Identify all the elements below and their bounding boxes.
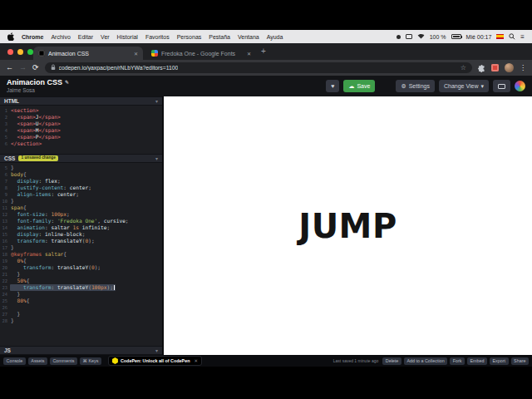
codepen-ad-banner[interactable]: CodePen: Unlock all of CodePen ✕ — [108, 356, 202, 366]
chevron-down-icon[interactable]: ▾ — [155, 347, 158, 353]
line-number: 17 — [0, 244, 10, 251]
bookmark-star-icon[interactable]: ☆ — [461, 64, 466, 71]
settings-button[interactable]: ⚙ Settings — [396, 80, 435, 92]
code-line[interactable]: 9 align-items: center; — [0, 191, 162, 198]
footer-button[interactable]: Console — [3, 357, 26, 365]
notification-center-icon[interactable]: ≡ — [520, 33, 525, 41]
css-editor[interactable]: 5}6body{7 display: flex;8 justify-conten… — [0, 163, 162, 346]
code-line[interactable]: 4 <span>M</span> — [0, 127, 162, 134]
spain-flag-icon[interactable] — [496, 34, 504, 39]
extensions-puzzle-icon[interactable] — [478, 61, 485, 76]
chevron-down-icon[interactable]: ▾ — [155, 155, 158, 161]
footer-button[interactable]: Export — [490, 357, 509, 365]
code-line[interactable]: 5 <span>P</span> — [0, 134, 162, 140]
line-number: 13 — [0, 218, 10, 224]
menu-item[interactable]: Editar — [78, 34, 93, 40]
menu-item[interactable]: Historial — [117, 34, 138, 40]
code-line[interactable]: 27 } — [0, 311, 162, 318]
code-line[interactable]: 8 justify-content: center; — [0, 185, 162, 191]
code-line[interactable]: 1<section> — [0, 107, 162, 114]
code-line[interactable]: 14 animation: saltar 1s infinite; — [0, 224, 162, 231]
tab-close-icon[interactable]: ✕ — [247, 51, 251, 57]
close-window-button[interactable] — [7, 49, 13, 55]
menu-item[interactable]: Personas — [177, 34, 202, 40]
code-line[interactable]: 28} — [0, 318, 162, 324]
code-line[interactable]: 25 80%{ — [0, 298, 162, 304]
code-line[interactable]: 21 } — [0, 271, 162, 278]
unsaved-changes-badge: 1 unsaved change — [18, 155, 58, 161]
menu-item[interactable]: Archivo — [51, 34, 70, 40]
footer-button[interactable]: Embed — [467, 357, 487, 365]
browser-toolbar: ← → ⟳ codepen.io/yaxpac/pen/rNLbYWa?edit… — [0, 60, 532, 76]
new-tab-button[interactable]: + — [261, 47, 266, 56]
code-line[interactable]: 12 font-size: 100px; — [0, 211, 162, 218]
pen-author[interactable]: Jaime Sosa — [7, 87, 69, 94]
footer-button[interactable]: Add to a Collection — [404, 357, 447, 365]
code-line[interactable]: 2 <span>J</span> — [0, 114, 162, 121]
html-panel-header[interactable]: HTML ▾ — [0, 96, 162, 106]
menu-item[interactable]: Ver — [101, 34, 110, 40]
code-line[interactable]: 18@keyframes saltar{ — [0, 251, 162, 258]
reload-button[interactable]: ⟳ — [32, 64, 39, 71]
address-bar[interactable]: codepen.io/yaxpac/pen/rNLbYWa?editors=11… — [45, 62, 472, 73]
code-line[interactable]: 6body{ — [0, 171, 162, 178]
browser-tab-inactive[interactable]: Fredoka One - Google Fonts ✕ — [146, 47, 256, 60]
codepen-footer: ConsoleAssetsComments⌘ Keys CodePen: Unl… — [0, 355, 532, 367]
change-view-button[interactable]: Change View ▾ — [439, 80, 489, 92]
close-icon[interactable]: ✕ — [194, 358, 198, 363]
code-line[interactable]: 20 transform: translateY(0); — [0, 264, 162, 271]
menu-item[interactable]: Chrome — [22, 34, 43, 40]
zoom-window-button[interactable] — [27, 49, 33, 55]
code-line[interactable]: 3 <span>U</span> — [0, 121, 162, 127]
back-button[interactable]: ← — [6, 64, 13, 71]
browser-menu-icon[interactable]: ⋮ — [520, 64, 526, 71]
record-dot-icon[interactable] — [397, 35, 401, 39]
code-line[interactable]: 7 display: flex; — [0, 178, 162, 185]
apple-menu-icon[interactable] — [7, 32, 14, 41]
code-line[interactable]: 5} — [0, 165, 162, 171]
menu-bar-clock[interactable]: Mié 00:17 — [466, 34, 492, 40]
save-button[interactable]: ☁ Save — [343, 80, 375, 92]
code-line[interactable]: 16 transform: translateY(0); — [0, 238, 162, 244]
code-line[interactable]: 10} — [0, 198, 162, 204]
footer-button[interactable]: Share — [511, 357, 529, 365]
code-line[interactable]: 23 transform: translateY(100px); — [0, 284, 162, 291]
user-avatar[interactable] — [515, 81, 525, 91]
pen-title: Animacion CSS ✎ — [7, 78, 69, 87]
menu-item[interactable]: Ayuda — [267, 34, 283, 40]
code-line[interactable]: 11span{ — [0, 204, 162, 211]
code-line[interactable]: 22 50%{ — [0, 278, 162, 284]
display-icon[interactable] — [406, 34, 412, 39]
tab-close-icon[interactable]: ✕ — [134, 51, 138, 57]
footer-button[interactable]: Fork — [450, 357, 465, 365]
extension-icon[interactable] — [491, 64, 499, 71]
code-line[interactable]: 15 display: inline-block; — [0, 231, 162, 238]
line-number: 20 — [0, 264, 10, 271]
code-line[interactable]: 17} — [0, 244, 162, 251]
menu-item[interactable]: Pestaña — [209, 34, 230, 40]
browser-profile-avatar[interactable] — [505, 63, 514, 72]
css-panel-header[interactable]: CSS 1 unsaved change ▾ — [0, 154, 162, 163]
minimize-window-button[interactable] — [17, 49, 23, 55]
code-line[interactable]: 19 0%{ — [0, 258, 162, 264]
menu-item[interactable]: Ventana — [238, 34, 259, 40]
code-line[interactable]: 6</section> — [0, 140, 162, 147]
footer-button[interactable]: ⌘ Keys — [80, 357, 101, 365]
chevron-down-icon[interactable]: ▾ — [155, 98, 158, 104]
forward-button[interactable]: → — [19, 64, 27, 71]
spotlight-search-icon[interactable] — [509, 33, 515, 41]
edit-pencil-icon[interactable]: ✎ — [65, 80, 69, 86]
html-editor[interactable]: 1<section>2 <span>J</span>3 <span>U</spa… — [0, 106, 162, 154]
footer-button[interactable]: Comments — [50, 357, 77, 365]
code-line[interactable]: 24 } — [0, 291, 162, 298]
code-line[interactable]: 13 font-family: 'Fredoka One', cursive; — [0, 218, 162, 224]
browser-tab-active[interactable]: Animacion CSS ✕ — [33, 47, 143, 60]
layout-button[interactable] — [493, 80, 510, 92]
js-panel-header[interactable]: JS ▾ — [0, 346, 162, 355]
like-button[interactable]: ♥ — [326, 80, 339, 92]
code-line[interactable]: 26 — [0, 304, 162, 311]
menu-item[interactable]: Favoritos — [145, 34, 170, 40]
footer-button[interactable]: Assets — [28, 357, 47, 365]
wifi-icon[interactable] — [417, 33, 425, 40]
footer-button[interactable]: Delete — [382, 357, 401, 365]
